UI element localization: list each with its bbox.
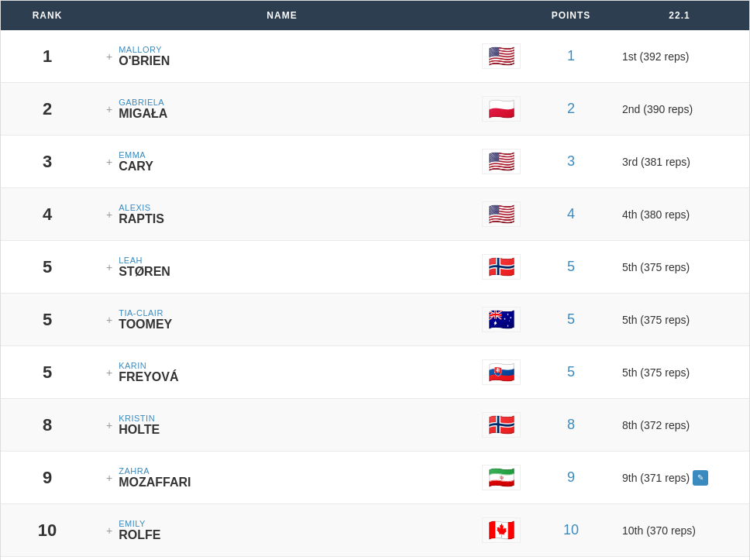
expand-button[interactable]: + [106, 472, 112, 484]
table-row: 5 + LEAH STØREN 🇳🇴 5 5th (375 reps) [1, 241, 749, 294]
result-text: 9th (371 reps) [622, 472, 690, 484]
expand-button[interactable]: + [106, 366, 112, 379]
athlete-name: KRISTIN HOLTE [119, 414, 160, 437]
table-row: 8 + KRISTIN HOLTE 🇳🇴 8 8th (372 reps) [1, 399, 749, 452]
expand-button[interactable]: + [106, 208, 112, 221]
table-row: 5 + TIA-CLAIR TOOMEY 🇦🇺 5 5th (375 reps) [1, 294, 749, 346]
points-cell: 4 [532, 206, 610, 222]
country-flag: 🇸🇰 [482, 359, 521, 385]
flag-cell: 🇸🇰 [470, 359, 532, 385]
athlete-last-name: RAPTIS [119, 212, 164, 226]
rank-header: RANK [1, 10, 94, 21]
points-cell: 1 [532, 48, 610, 64]
name-cell: + EMMA CARY [94, 144, 470, 180]
athlete-last-name: TOOMEY [119, 318, 172, 332]
expand-button[interactable]: + [106, 103, 112, 115]
athlete-last-name: CARY [119, 160, 153, 173]
name-cell: + ZAHRA MOZAFFARI [94, 460, 470, 496]
country-flag: 🇵🇱 [482, 96, 521, 122]
athlete-last-name: STØREN [119, 265, 170, 279]
rank-cell: 3 [1, 152, 94, 172]
result-text: 5th (375 reps) [622, 314, 690, 326]
name-cell: + GABRIELA MIGAŁA [94, 91, 470, 127]
name-cell: + TIA-CLAIR TOOMEY [94, 302, 470, 338]
points-cell: 3 [532, 153, 610, 170]
name-cell: + ALEXIS RAPTIS [94, 197, 470, 232]
expand-button[interactable]: + [106, 524, 112, 537]
edit-button[interactable]: ✎ [693, 470, 708, 486]
flag-cell: 🇵🇱 [470, 96, 532, 122]
expand-button[interactable]: + [106, 314, 112, 326]
expand-button[interactable]: + [106, 419, 112, 431]
table-header: RANK NAME POINTS 22.1 [1, 1, 749, 30]
expand-button[interactable]: + [106, 156, 112, 168]
athlete-first-name: ZAHRA [119, 466, 191, 476]
result-text: 4th (380 reps) [622, 208, 690, 221]
table-row: 4 + ALEXIS RAPTIS 🇺🇸 4 4th (380 reps) [1, 188, 749, 241]
athlete-name: MALLORY O'BRIEN [119, 45, 170, 68]
athlete-last-name: FREYOVÁ [119, 370, 178, 384]
result-cell: 2nd (390 reps) [610, 97, 749, 122]
athlete-last-name: ROLFE [119, 528, 160, 542]
rank-cell: 10 [1, 520, 94, 541]
athlete-name: ZAHRA MOZAFFARI [119, 466, 191, 490]
expand-button[interactable]: + [106, 50, 112, 63]
points-cell: 5 [532, 259, 610, 275]
flag-cell: 🇦🇺 [470, 307, 532, 332]
rank-cell: 1 [1, 46, 94, 67]
rank-cell: 9 [1, 468, 94, 488]
name-cell: + LEAH STØREN [94, 249, 470, 285]
result-text: 1st (392 reps) [622, 50, 689, 63]
flag-cell: 🇺🇸 [470, 149, 532, 174]
flag-cell: 🇮🇷 [470, 465, 532, 490]
result-cell: 10th (370 reps) [610, 518, 749, 543]
athlete-first-name: EMILY [119, 519, 160, 528]
table-row: 10 + EMILY ROLFE 🇨🇦 10 10th (370 reps) [1, 504, 749, 557]
flag-cell: 🇺🇸 [470, 43, 532, 69]
points-cell: 10 [532, 522, 610, 538]
name-cell: + EMILY ROLFE [94, 513, 470, 548]
result-cell: 4th (380 reps) [610, 202, 749, 227]
result-cell: 5th (375 reps) [610, 360, 749, 385]
result-cell: 8th (372 reps) [610, 413, 749, 438]
athlete-first-name: ALEXIS [119, 203, 164, 212]
result-text: 5th (375 reps) [622, 261, 690, 273]
rank-cell: 4 [1, 204, 94, 225]
athlete-name: TIA-CLAIR TOOMEY [119, 308, 172, 332]
country-flag: 🇮🇷 [482, 465, 521, 490]
expand-button[interactable]: + [106, 261, 112, 273]
result-text: 5th (375 reps) [622, 366, 690, 379]
country-flag: 🇺🇸 [482, 43, 521, 69]
country-flag: 🇦🇺 [482, 307, 521, 332]
athlete-name: KARIN FREYOVÁ [119, 361, 178, 384]
country-flag: 🇳🇴 [482, 412, 521, 438]
athlete-last-name: MOZAFFARI [119, 476, 191, 490]
athlete-first-name: KARIN [119, 361, 178, 370]
athlete-first-name: MALLORY [119, 45, 170, 54]
table-body: 1 + MALLORY O'BRIEN 🇺🇸 1 1st (392 reps) … [1, 30, 749, 560]
result-cell: 1st (392 reps) [610, 44, 749, 69]
name-cell: + KARIN FREYOVÁ [94, 355, 470, 390]
points-cell: 9 [532, 469, 610, 486]
name-header: NAME [94, 10, 470, 21]
athlete-first-name: TIA-CLAIR [119, 308, 172, 318]
athlete-name: EMMA CARY [119, 150, 153, 173]
name-cell: + KRISTIN HOLTE [94, 407, 470, 443]
table-row: 9 + ZAHRA MOZAFFARI 🇮🇷 9 9th (371 reps) … [1, 452, 749, 504]
table-row: 11 + LAURIE CLÉMENT 🇫🇷 11 11th (369 reps… [1, 557, 749, 560]
athlete-last-name: O'BRIEN [119, 54, 170, 68]
rank-cell: 8 [1, 415, 94, 435]
country-flag: 🇺🇸 [482, 201, 521, 227]
athlete-first-name: GABRIELA [119, 98, 167, 107]
rank-cell: 5 [1, 257, 94, 277]
points-cell: 5 [532, 364, 610, 380]
leaderboard-table: RANK NAME POINTS 22.1 1 + MALLORY O'BRIE… [0, 0, 750, 560]
rank-cell: 5 [1, 310, 94, 330]
athlete-last-name: HOLTE [119, 423, 160, 437]
flag-cell: 🇺🇸 [470, 201, 532, 227]
points-cell: 5 [532, 311, 610, 328]
result-text: 8th (372 reps) [622, 419, 690, 431]
points-header: POINTS [532, 10, 610, 21]
flag-cell: 🇳🇴 [470, 412, 532, 438]
name-cell: + MALLORY O'BRIEN [94, 39, 470, 74]
